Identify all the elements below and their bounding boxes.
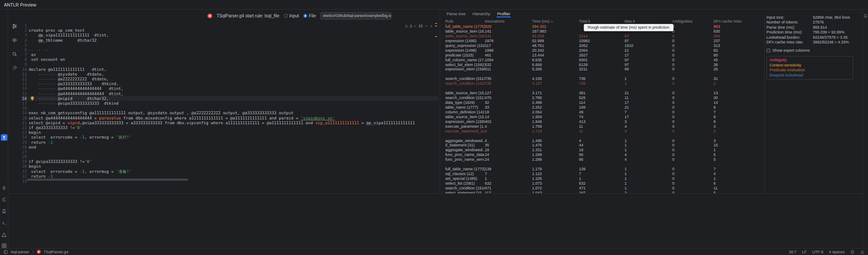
indent-setting[interactable]: 4 spaces [829,250,845,254]
warning-stripe-mark[interactable] [435,26,437,26]
editor-code[interactable]: create proc up_com_test @p_vipa111111111… [29,23,438,183]
profiler-row[interactable]: func_proc_name_serv…241.28995405 [440,157,764,162]
eye-icon[interactable] [11,37,18,43]
bell-icon[interactable] [860,250,865,254]
structure-icon[interactable] [1,196,7,203]
code-line[interactable]: declare @a1111111111111 dtint, [29,67,438,72]
code-line[interactable] [29,106,438,110]
code-line[interactable] [29,43,438,47]
profiler-row[interactable]: data_type (1829)322.48811417014 [440,100,764,105]
code-line[interactable]: if @vipa333333333333 !='0' [29,159,438,164]
line-separator[interactable]: LF [802,250,807,254]
profiler-row[interactable]: expression (1495)197852.99910982970237 [440,39,764,43]
profiler-row[interactable]: expression_elem (1589)4021.948413308 [440,119,764,124]
code-line[interactable]: create proc up_com_test [29,28,438,33]
next-issue-chevron-icon[interactable]: ∨ [430,24,432,28]
code-line[interactable] [29,149,438,154]
code-line[interactable]: begin [29,130,438,135]
pin-icon[interactable] [11,65,18,71]
profiler-row[interactable]: func_proc_name_data…241.29895405 [440,152,764,157]
horizontal-scrollbar[interactable] [27,179,436,181]
settings-sliders-icon[interactable] [11,23,18,30]
commit-icon[interactable] [1,185,7,191]
profiler-row[interactable] [440,72,764,76]
cursor-position[interactable]: 30:7 [789,250,796,254]
lock-icon[interactable] [850,250,855,254]
column-header-time-ms-[interactable]: Time (ms)∨ [532,19,579,24]
profiler-row[interactable]: full_table_name (1773)1391.179139107 [440,167,764,172]
tab-parse-tree[interactable]: Parse tree [447,11,466,16]
code-line[interactable]: return -1 [29,174,438,179]
profiler-row[interactable]: search_condition (1516)4711.0724711011 [440,186,764,191]
code-line[interactable]: exec nb_com_getsysconfig @a1111111111111… [29,110,438,115]
profiler-row[interactable]: column_definition (1421)182.06449707 [440,110,764,115]
code-line[interactable]: if @a33333333333 !='0' [29,125,438,130]
code-line[interactable]: set nocount on [29,57,438,62]
profiler-row[interactable]: sql_clauses (12)71.1227104 [440,172,764,176]
code-line[interactable]: -- -- -- [29,47,438,52]
window-icon[interactable] [3,250,8,254]
code-line[interactable]: end [29,145,438,149]
code-line[interactable] [29,62,438,67]
bookmarks-icon[interactable] [1,208,7,215]
file-encoding[interactable]: UTF-8 [812,250,823,254]
profiler-row[interactable]: predicate (1525)46113.444292717080 [440,53,764,58]
code-line[interactable]: ------- @vipa333333333333 dtkind [29,101,438,106]
profiler-row[interactable]: table_source_item (1654)14166.4392214970… [440,34,764,39]
profiler-row[interactable]: execute_statement_arg (1…41.71611402 [440,129,764,134]
profiler-row[interactable] [440,134,764,139]
tab-hierarchy[interactable]: Hierarchy [473,11,490,16]
profiler-row[interactable]: select_list_elem (1592)6326.669612997038 [440,63,764,67]
profiler-row[interactable]: search_condition (1517)4702.78652511030 [440,96,764,100]
column-header-dfa-cache-miss[interactable]: DFA cache miss [713,19,756,24]
profiler-row[interactable]: full_column_name (17…10948.635830197045 [440,58,764,63]
scrollbar-thumb[interactable] [27,179,188,181]
code-line[interactable]: as [29,52,438,57]
column-header-ambiguities[interactable]: Ambiguities [672,19,713,24]
terminal-icon[interactable] [1,220,7,226]
code-line[interactable]: ------- @a333333333333 dtkind, [29,81,438,86]
code-line[interactable]: select errorcode = -1, errormsg = '执行!' [29,135,438,139]
warning-stripe-mark[interactable] [435,36,437,37]
code-line[interactable]: @p_vipa11111111111111 dtint, [29,33,438,37]
profiler-row[interactable]: execute_parameter (1…41.75811403 [440,124,764,129]
column-header-rule[interactable]: Rule [440,19,485,24]
code-line[interactable]: begin [29,164,438,169]
profiler-row[interactable]: search_condition (1519)7354.1587351031 [440,76,764,81]
show-expert-columns-checkbox[interactable]: Show expert columns [766,48,862,53]
code-line[interactable]: ------- @sysdate dtdate, [29,72,438,76]
prev-issue-chevron-icon[interactable]: ∧ [425,24,427,28]
code-line[interactable] [29,23,438,28]
profiler-row[interactable]: aggregate_windowed…181.33118101 [440,148,764,152]
breadcrumb-project[interactable]: tsql-parser [11,250,30,254]
code-line[interactable]: ------- @vipid dtchar32, [29,96,438,101]
code-line[interactable] [29,154,438,159]
profiler-row[interactable]: expression (1498)199820.342206421082 [440,48,764,53]
antlr-preview-tool-icon[interactable] [1,134,7,141]
profiler-table[interactable]: RuleInvocationsTime (ms)∨Total kMax kAmb… [440,18,765,193]
code-line[interactable]: @p_tblname dtchar32 [29,38,438,43]
profiler-row[interactable]: query_expression (1527)11748.76120621910… [440,43,764,48]
breadcrumb-file[interactable]: TSqlParser.g4 [44,250,69,254]
notifications-bell-icon[interactable] [863,13,868,18]
profiler-row[interactable]: set_special (1485)11.1051101 [440,176,764,181]
tab-profiler[interactable]: Profiler [497,11,510,16]
file-path-field[interactable]: ebelice/Github/tsql-parser/examples/big.… [320,12,391,20]
profiler-row[interactable]: aggregate_windowed…41.4954103 [440,139,764,143]
profiler-row[interactable]: if_statement (31)351.476441015 [440,143,764,148]
code-line[interactable]: select errorcode = -1, errormsg = '准备!' [29,169,438,174]
profiler-row[interactable] [440,86,764,91]
code-line[interactable]: ------- @a4444444444444444 dtint, [29,86,438,91]
problems-icon[interactable] [1,232,7,238]
profiler-row[interactable]: expression_elem (1590)6115.266321199026 [440,67,764,72]
sql-input-editor[interactable]: 1234567891011121314151617181920212223242… [21,21,438,193]
profiler-row[interactable]: table_name (1777)332.2521992109 [440,105,764,110]
profiler-row[interactable]: search_condition (1518)7354.137735102 [440,81,764,86]
code-line[interactable]: select @a44444444444444444 = paravalue f… [29,116,438,120]
profiler-row[interactable]: table_source_item (15…1273.17138121013 [440,91,764,96]
profiler-row[interactable] [440,162,764,167]
profiler-row[interactable]: select_list (1581)6321.073632106 [440,181,764,186]
code-line[interactable]: ------- @a44444444444444444 dtint, [29,91,438,96]
intention-bulb-icon[interactable] [31,96,34,99]
inspections-widget[interactable]: ⚠ 2 ✓ 23 ∧ ∨ [405,24,432,28]
